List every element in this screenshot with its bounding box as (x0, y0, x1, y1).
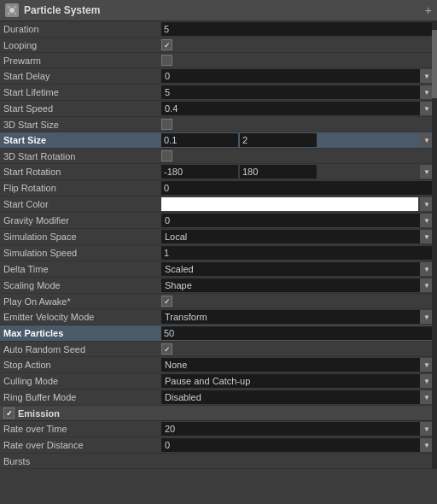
rate-over-distance-label: Rate over Distance (3, 440, 161, 450)
stop-action-row: Stop Action None ▼ (0, 357, 437, 373)
3d-start-size-row: 3D Start Size (0, 117, 437, 132)
particle-system-icon (5, 3, 19, 17)
emitter-velocity-mode-select[interactable]: Transform ▼ (161, 310, 434, 324)
culling-mode-select[interactable]: Pause and Catch-up ▼ (161, 374, 434, 388)
svg-point-0 (9, 8, 15, 13)
svg-point-3 (8, 13, 10, 15)
simulation-speed-label: Simulation Speed (3, 248, 161, 258)
simulation-space-value: Local ▼ (161, 230, 434, 243)
start-rotation-input2[interactable] (240, 165, 317, 179)
start-lifetime-row: Start Lifetime 5 ▼ (0, 85, 437, 101)
max-particles-value (161, 326, 434, 340)
simulation-speed-value (161, 246, 434, 260)
play-on-awake-label: Play On Awake* (3, 296, 161, 307)
play-on-awake-value (161, 296, 434, 307)
bursts-row: Bursts (0, 454, 437, 469)
start-size-input1[interactable] (161, 133, 238, 147)
rate-over-time-row: Rate over Time 20 ▼ (0, 421, 437, 437)
start-lifetime-value: 5 ▼ (161, 85, 434, 99)
3d-start-size-checkbox[interactable] (161, 119, 172, 130)
play-on-awake-row: Play On Awake* (0, 294, 437, 309)
start-size-input2[interactable] (240, 133, 317, 147)
add-component-button[interactable]: + (425, 3, 432, 17)
flip-rotation-value (161, 181, 434, 195)
max-particles-input[interactable] (161, 326, 434, 340)
ring-buffer-mode-value: Disabled ▼ (161, 390, 434, 404)
prewarm-checkbox[interactable] (161, 55, 172, 66)
simulation-speed-input[interactable] (161, 246, 434, 260)
ring-buffer-mode-row: Ring Buffer Mode Disabled ▼ (0, 390, 437, 406)
stop-action-select[interactable]: None ▼ (161, 358, 434, 372)
rate-over-time-label: Rate over Time (3, 424, 161, 434)
duration-input[interactable] (161, 22, 434, 36)
ring-buffer-mode-label: Ring Buffer Mode (3, 392, 161, 402)
start-delay-select[interactable]: 0 ▼ (161, 69, 434, 83)
3d-start-size-label: 3D Start Size (3, 120, 161, 130)
gravity-modifier-label: Gravity Modifier (3, 215, 161, 226)
start-size-row: Start Size ▼ (0, 132, 437, 149)
panel-title: Particle System (24, 4, 100, 16)
start-color-label: Start Color (3, 199, 161, 209)
3d-start-rotation-checkbox[interactable] (161, 150, 172, 161)
svg-point-1 (8, 6, 10, 9)
start-color-swatch[interactable] (161, 197, 418, 211)
emission-check-label: Emission (3, 407, 60, 419)
rate-over-time-value: 20 ▼ (161, 422, 434, 436)
flip-rotation-label: Flip Rotation (3, 183, 161, 193)
stop-action-value: None ▼ (161, 358, 434, 372)
delta-time-select[interactable]: Scaled ▼ (161, 262, 434, 276)
start-speed-row: Start Speed 0.4 ▼ (0, 101, 437, 117)
auto-random-seed-value (161, 343, 434, 355)
delta-time-label: Delta Time (3, 264, 161, 274)
auto-random-seed-label: Auto Random Seed (3, 344, 161, 355)
prewarm-label: Prewarm (3, 56, 161, 66)
start-rotation-inputs (161, 165, 418, 179)
looping-label: Looping (3, 40, 161, 50)
scaling-mode-row: Scaling Mode Shape ▼ (0, 278, 437, 294)
max-particles-label: Max Particles (3, 328, 161, 338)
start-delay-value: 0 ▼ (161, 69, 434, 83)
prewarm-value (161, 55, 434, 66)
bursts-label: Bursts (3, 456, 161, 466)
duration-label: Duration (3, 24, 161, 34)
svg-point-4 (15, 13, 17, 15)
ring-buffer-mode-select[interactable]: Disabled ▼ (161, 390, 434, 404)
emission-checkbox[interactable] (3, 407, 15, 419)
emission-section-header[interactable]: Emission (0, 406, 437, 421)
looping-value (161, 39, 434, 50)
start-rotation-row: Start Rotation ▼ (0, 164, 437, 180)
stop-action-label: Stop Action (3, 360, 161, 370)
duration-value (161, 22, 434, 36)
gravity-modifier-value: 0 ▼ (161, 214, 434, 227)
start-color-row: Start Color ▼ (0, 196, 437, 213)
emission-label: Emission (18, 408, 60, 419)
svg-point-2 (15, 6, 17, 9)
looping-checkbox[interactable] (161, 39, 172, 50)
auto-random-seed-checkbox[interactable] (161, 343, 172, 355)
culling-mode-label: Culling Mode (3, 376, 161, 386)
simulation-speed-row: Simulation Speed (0, 245, 437, 261)
scrollbar[interactable] (432, 21, 437, 469)
play-on-awake-checkbox[interactable] (161, 296, 172, 307)
rate-over-time-select[interactable]: 20 ▼ (161, 422, 434, 436)
duration-row: Duration (0, 21, 437, 38)
rate-over-distance-select[interactable]: 0 ▼ (161, 438, 434, 452)
start-speed-select[interactable]: 0.4 ▼ (161, 102, 434, 115)
scaling-mode-label: Scaling Mode (3, 280, 161, 290)
start-delay-row: Start Delay 0 ▼ (0, 68, 437, 85)
scrollbar-thumb[interactable] (432, 30, 437, 98)
simulation-space-select[interactable]: Local ▼ (161, 230, 434, 243)
start-lifetime-label: Start Lifetime (3, 87, 161, 97)
flip-rotation-input[interactable] (161, 181, 434, 195)
start-lifetime-select[interactable]: 5 ▼ (161, 85, 434, 99)
start-rotation-input1[interactable] (161, 165, 238, 179)
rate-over-distance-row: Rate over Distance 0 ▼ (0, 437, 437, 454)
scaling-mode-select[interactable]: Shape ▼ (161, 278, 434, 292)
scaling-mode-value: Shape ▼ (161, 278, 434, 292)
looping-row: Looping (0, 38, 437, 53)
max-particles-row: Max Particles (0, 325, 437, 342)
gravity-modifier-select[interactable]: 0 ▼ (161, 214, 434, 227)
3d-start-rotation-label: 3D Start Rotation (3, 151, 161, 161)
flip-rotation-row: Flip Rotation (0, 180, 437, 196)
emitter-velocity-mode-value: Transform ▼ (161, 310, 434, 324)
